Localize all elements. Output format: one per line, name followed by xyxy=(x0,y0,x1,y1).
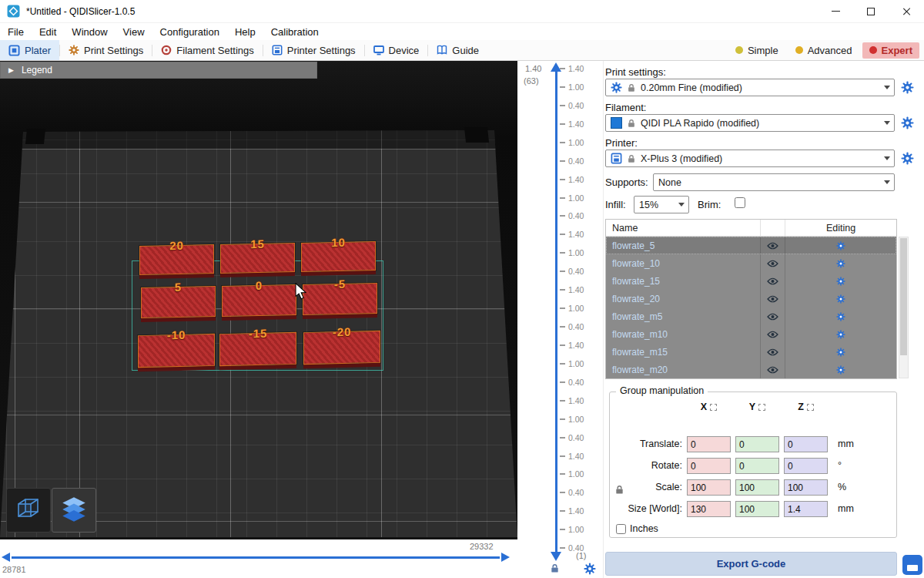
rotate-x-input[interactable] xyxy=(687,458,731,474)
menu-edit[interactable]: Edit xyxy=(32,26,64,38)
rotate-y-input[interactable] xyxy=(735,458,779,474)
legend-bar[interactable]: ▶ Legend xyxy=(0,62,317,79)
tab-bar: PlaterPrint SettingsFilament SettingsPri… xyxy=(0,40,924,61)
tick-label: 1.00 xyxy=(568,193,584,203)
model-object[interactable]: 20 xyxy=(139,244,214,275)
close-button[interactable] xyxy=(889,0,924,22)
axis-reset-icon[interactable] xyxy=(710,404,717,411)
object-row[interactable]: flowrate_15 xyxy=(606,272,896,290)
edit-icon[interactable] xyxy=(785,259,896,268)
hslider-right-arrow[interactable] xyxy=(501,553,510,562)
object-list-scrollbar[interactable] xyxy=(899,237,909,378)
model-object[interactable]: -15 xyxy=(219,332,296,366)
tab-printer-settings[interactable]: Printer Settings xyxy=(263,40,364,60)
print-settings-gear-button[interactable] xyxy=(901,81,915,95)
mode-label: Expert xyxy=(882,45,912,56)
tab-device[interactable]: Device xyxy=(365,40,428,60)
manip-row-size: Size [World]:mm xyxy=(610,501,896,517)
object-row[interactable]: flowrate_20 xyxy=(606,290,896,307)
brim-checkbox[interactable] xyxy=(735,197,745,208)
translate-x-input[interactable] xyxy=(687,436,731,452)
edit-icon[interactable] xyxy=(785,330,896,339)
eye-icon[interactable] xyxy=(760,237,785,254)
model-label: 20 xyxy=(140,238,213,253)
eye-icon[interactable] xyxy=(760,254,785,272)
rotate-z-input[interactable] xyxy=(784,458,828,474)
object-row[interactable]: flowrate_m20 xyxy=(606,361,896,378)
tab-guide[interactable]: Guide xyxy=(428,40,487,60)
print-settings-combo[interactable]: 0.20mm Fine (modified) xyxy=(605,79,895,96)
menu-view[interactable]: View xyxy=(116,26,152,38)
scale-z-input[interactable] xyxy=(784,479,828,496)
axis-reset-icon[interactable] xyxy=(807,404,814,411)
mode-advanced[interactable]: Advanced xyxy=(788,42,859,59)
size-z-input[interactable] xyxy=(784,501,828,517)
view-preview-button[interactable] xyxy=(52,488,96,533)
chevron-down-icon xyxy=(884,180,890,184)
scale-x-input[interactable] xyxy=(687,479,731,496)
menu-window[interactable]: Window xyxy=(64,26,115,38)
eye-icon[interactable] xyxy=(760,307,785,325)
tab-filament-settings[interactable]: Filament Settings xyxy=(152,40,262,60)
vslider-down-arrow[interactable] xyxy=(551,552,561,561)
menu-help[interactable]: Help xyxy=(227,26,263,38)
printer-combo[interactable]: X-Plus 3 (modified) xyxy=(605,150,895,167)
edit-icon[interactable] xyxy=(785,312,896,321)
inches-checkbox[interactable] xyxy=(616,524,626,534)
object-row[interactable]: flowrate_m5 xyxy=(606,307,896,325)
hslider-track[interactable] xyxy=(12,556,500,559)
model-object[interactable]: 5 xyxy=(141,286,216,318)
edit-icon[interactable] xyxy=(785,365,896,375)
infill-combo[interactable]: 15% xyxy=(634,196,689,213)
supports-combo[interactable]: None xyxy=(653,173,895,191)
eye-icon[interactable] xyxy=(760,325,785,343)
model-object[interactable]: 10 xyxy=(301,241,376,272)
model-object[interactable]: -20 xyxy=(303,331,380,365)
scrollbar-thumb[interactable] xyxy=(900,238,907,355)
mode-expert[interactable]: Expert xyxy=(862,42,919,59)
tick-label: 1.00 xyxy=(568,415,584,424)
edit-icon[interactable] xyxy=(785,294,896,304)
eye-icon[interactable] xyxy=(760,290,785,307)
eye-icon[interactable] xyxy=(760,361,785,378)
tab-plater[interactable]: Plater xyxy=(0,40,59,60)
eye-icon[interactable] xyxy=(760,272,785,290)
translate-y-input[interactable] xyxy=(735,436,779,452)
model-object[interactable]: 0 xyxy=(222,284,296,317)
menu-configuration[interactable]: Configuration xyxy=(152,26,227,38)
model-object[interactable]: -5 xyxy=(303,283,377,315)
mode-simple[interactable]: Simple xyxy=(728,42,785,59)
minimize-button[interactable] xyxy=(818,0,853,22)
eye-icon[interactable] xyxy=(760,343,785,361)
object-row[interactable]: flowrate_m15 xyxy=(606,343,896,361)
filament-settings-gear-button[interactable] xyxy=(901,116,915,130)
vslider-track[interactable] xyxy=(555,72,557,552)
menu-file[interactable]: File xyxy=(0,26,32,38)
maximize-button[interactable] xyxy=(853,0,889,22)
vslider-gear-icon[interactable] xyxy=(584,563,596,575)
model-object[interactable]: -10 xyxy=(138,334,215,368)
printer-settings-gear-button[interactable] xyxy=(901,152,915,166)
object-row[interactable]: flowrate_m10 xyxy=(606,325,896,343)
send-to-device-icon[interactable] xyxy=(902,555,922,575)
vslider-lock-icon[interactable] xyxy=(550,563,560,573)
size-y-input[interactable] xyxy=(735,501,779,517)
hslider-left-arrow[interactable] xyxy=(2,553,10,562)
axis-reset-icon[interactable] xyxy=(758,404,765,411)
scale-y-input[interactable] xyxy=(735,479,779,496)
model-object[interactable]: 15 xyxy=(220,243,295,274)
export-gcode-button[interactable]: Export G-code xyxy=(605,552,897,576)
uniform-scale-lock-icon[interactable] xyxy=(614,485,624,495)
viewport-3d[interactable]: 20151050-5-10-15-20 ▶ Legend xyxy=(0,61,517,539)
filament-combo[interactable]: QIDI PLA Rapido (modified) xyxy=(605,114,895,132)
tab-print-settings[interactable]: Print Settings xyxy=(60,40,152,60)
edit-icon[interactable] xyxy=(785,348,896,357)
view-editor-button[interactable] xyxy=(6,488,51,533)
edit-icon[interactable] xyxy=(785,277,896,286)
menu-calibration[interactable]: Calibration xyxy=(263,26,326,38)
size-x-input[interactable] xyxy=(687,501,731,517)
object-row[interactable]: flowrate_5 xyxy=(606,237,896,254)
object-row[interactable]: flowrate_10 xyxy=(606,254,896,272)
edit-icon[interactable] xyxy=(785,241,896,250)
translate-z-input[interactable] xyxy=(784,436,828,452)
